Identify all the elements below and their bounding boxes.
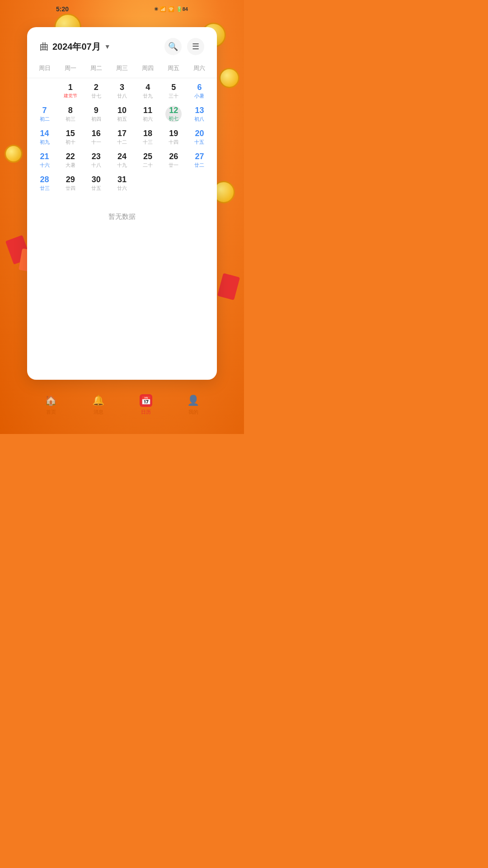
nav-label-message: 消息 — [94, 409, 103, 415]
header-divider — [27, 78, 217, 78]
cal-day-7[interactable]: 7 初二 — [32, 103, 57, 125]
nav-item-calendar[interactable]: 📅 日历 — [140, 394, 152, 415]
calendar-actions: 🔍 ☰ — [164, 38, 204, 55]
bluetooth-icon: ✳ — [154, 6, 158, 12]
status-bar: 5:20 ✳ 📶 🛜 🔋84 — [49, 0, 195, 18]
calendar-nav-icon: 📅 — [140, 394, 152, 407]
cal-day-22[interactable]: 22 大暑 — [57, 149, 83, 171]
cal-day-12-today[interactable]: 12 初七 — [161, 103, 187, 125]
cal-day-14[interactable]: 14 初九 — [32, 126, 57, 148]
message-icon: 🔔 — [92, 394, 105, 407]
cal-day-29[interactable]: 29 廿四 — [57, 172, 83, 194]
cal-day-11[interactable]: 11 初六 — [135, 103, 161, 125]
cal-day-31[interactable]: 31 廿六 — [109, 172, 135, 194]
month-year-text: 2024年07月 — [52, 41, 101, 53]
cal-day-10[interactable]: 10 初五 — [109, 103, 135, 125]
weekday-sun: 周日 — [32, 62, 57, 74]
weekday-tue: 周二 — [83, 62, 109, 74]
cal-day-20[interactable]: 20 十五 — [187, 126, 212, 148]
empty-state-text: 暂无数据 — [108, 212, 136, 220]
search-button[interactable]: 🔍 — [164, 38, 182, 55]
coin-decoration-5 — [5, 145, 23, 163]
wifi-icon: 🛜 — [168, 6, 174, 12]
nav-item-message[interactable]: 🔔 消息 — [92, 394, 105, 415]
home-icon: 🏠 — [45, 394, 57, 407]
status-time: 5:20 — [56, 5, 69, 13]
calendar-header: 曲 2024年07月 ▼ 🔍 ☰ — [27, 27, 217, 62]
nav-label-profile: 我的 — [188, 409, 198, 415]
cal-day-8[interactable]: 8 初三 — [57, 103, 83, 125]
nav-label-calendar: 日历 — [141, 409, 151, 415]
cal-day-23[interactable]: 23 十八 — [83, 149, 109, 171]
calendar-icon: 曲 — [40, 41, 49, 53]
cal-day-17[interactable]: 17 十二 — [109, 126, 135, 148]
calendar-card: 曲 2024年07月 ▼ 🔍 ☰ 周日 周一 周二 周三 周四 周五 周六 1 … — [27, 27, 217, 380]
cal-day-16[interactable]: 16 十一 — [83, 126, 109, 148]
weekday-fri: 周五 — [161, 62, 187, 74]
cal-day-24[interactable]: 24 十九 — [109, 149, 135, 171]
signal-icon: 📶 — [160, 6, 166, 12]
cal-day-13[interactable]: 13 初八 — [187, 103, 212, 125]
cal-day-4[interactable]: 4 廿九 — [135, 80, 161, 102]
cal-day-empty-4 — [187, 172, 212, 194]
calendar-grid: 1 建党节 2 廿七 3 廿八 4 廿九 5 三十 6 小暑 7 初二 8 — [27, 80, 217, 194]
menu-button[interactable]: ☰ — [187, 38, 204, 55]
cal-day-3[interactable]: 3 廿八 — [109, 80, 135, 102]
weekday-mon: 周一 — [57, 62, 83, 74]
cal-day-21[interactable]: 21 十六 — [32, 149, 57, 171]
cal-day-6[interactable]: 6 小暑 — [187, 80, 212, 102]
cal-day-5[interactable]: 5 三十 — [161, 80, 187, 102]
month-year-selector[interactable]: 曲 2024年07月 ▼ — [40, 41, 111, 53]
profile-icon: 👤 — [187, 394, 200, 407]
cal-day-15[interactable]: 15 初十 — [57, 126, 83, 148]
cal-day-19[interactable]: 19 十四 — [161, 126, 187, 148]
bottom-navigation: 🏠 首页 🔔 消息 📅 日历 👤 我的 — [27, 384, 217, 434]
cal-day-1[interactable]: 1 建党节 — [57, 80, 83, 102]
today-circle: 12 初七 — [165, 106, 182, 122]
menu-icon: ☰ — [192, 42, 199, 52]
cal-day-18[interactable]: 18 十三 — [135, 126, 161, 148]
weekday-wed: 周三 — [109, 62, 135, 74]
weekday-sat: 周六 — [187, 62, 212, 74]
cal-day-30[interactable]: 30 廿五 — [83, 172, 109, 194]
cal-day-empty — [32, 80, 57, 102]
battery-icon: 🔋84 — [176, 6, 188, 12]
cal-day-27[interactable]: 27 廿二 — [187, 149, 212, 171]
cal-day-empty-2 — [135, 172, 161, 194]
cal-day-empty-3 — [161, 172, 187, 194]
cal-day-2[interactable]: 2 廿七 — [83, 80, 109, 102]
cal-day-26[interactable]: 26 廿一 — [161, 149, 187, 171]
empty-state: 暂无数据 — [27, 194, 217, 239]
cal-day-25[interactable]: 25 二十 — [135, 149, 161, 171]
cal-day-9[interactable]: 9 初四 — [83, 103, 109, 125]
nav-item-home[interactable]: 🏠 首页 — [45, 394, 57, 415]
nav-label-home: 首页 — [46, 409, 56, 415]
nav-item-profile[interactable]: 👤 我的 — [187, 394, 200, 415]
cal-day-28[interactable]: 28 廿三 — [32, 172, 57, 194]
dropdown-arrow: ▼ — [104, 43, 111, 50]
weekday-headers: 周日 周一 周二 周三 周四 周五 周六 — [27, 62, 217, 74]
coin-decoration-4 — [219, 68, 239, 88]
search-icon: 🔍 — [168, 42, 178, 52]
weekday-thu: 周四 — [135, 62, 161, 74]
status-icons: ✳ 📶 🛜 🔋84 — [154, 6, 188, 12]
